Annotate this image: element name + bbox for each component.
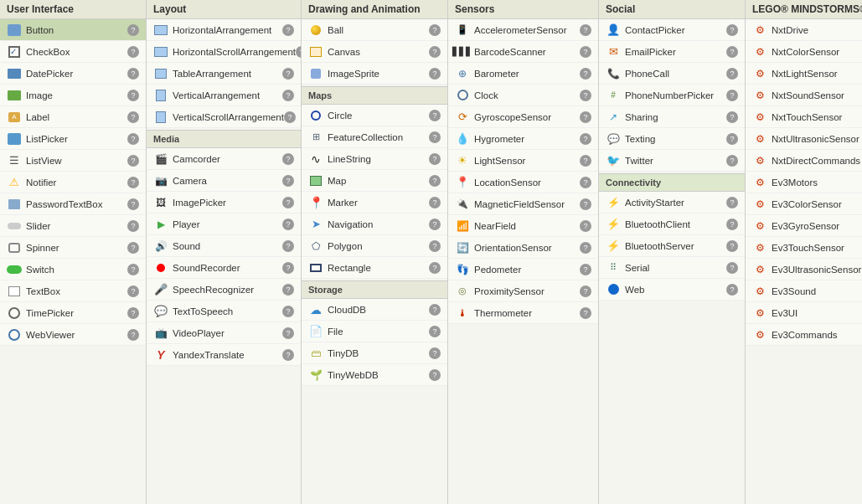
ball-help[interactable]: ? [429, 24, 441, 36]
item-serial[interactable]: ⠿ Serial ? [599, 257, 745, 279]
item-nxttouchsensor[interactable]: ⚙ NxtTouchSensor ? [746, 106, 862, 128]
item-bluetoothserver[interactable]: ⚡ BluetoothServer ? [599, 235, 745, 257]
item-videoplayer[interactable]: 📺 VideoPlayer ? [147, 322, 301, 344]
textbox-help[interactable]: ? [127, 285, 139, 297]
item-horizontalscrollarrangement[interactable]: HorizontalScrollArrangement ? [147, 41, 301, 63]
item-gyroscopesensor[interactable]: ⟳ GyroscopeSensor ? [448, 106, 598, 128]
soundrecorder-help[interactable]: ? [282, 262, 294, 274]
item-clouddb[interactable]: ☁ CloudDB ? [302, 299, 447, 321]
clouddb-help[interactable]: ? [429, 304, 441, 316]
item-locationsensor[interactable]: 📍 LocationSensor ? [448, 172, 598, 193]
ta-help[interactable]: ? [282, 68, 294, 80]
yandextranslate-help[interactable]: ? [282, 349, 294, 361]
item-linestring[interactable]: ∿ LineString ? [302, 148, 447, 170]
item-listview[interactable]: ☰ ListView ? [0, 150, 146, 172]
item-pedometer[interactable]: 👣 Pedometer ? [448, 259, 598, 280]
item-file[interactable]: 📄 File ? [302, 321, 447, 342]
phonenumber-help[interactable]: ? [726, 90, 738, 101]
item-camera[interactable]: 📷 Camera ? [147, 170, 301, 192]
web-help[interactable]: ? [726, 284, 738, 296]
checkbox-help[interactable]: ? [127, 46, 139, 58]
speechrecognizer-help[interactable]: ? [282, 284, 294, 296]
hygro-help[interactable]: ? [580, 133, 591, 145]
imagesprite-help[interactable]: ? [429, 68, 441, 80]
item-circle[interactable]: Circle ? [302, 105, 447, 126]
item-datepicker[interactable]: DatePicker ? [0, 63, 146, 85]
item-texting[interactable]: 💬 Texting ? [599, 128, 745, 150]
label-comp-help[interactable]: ? [127, 111, 139, 123]
switch-help[interactable]: ? [127, 264, 139, 275]
va-help[interactable]: ? [282, 90, 294, 101]
accel-help[interactable]: ? [580, 24, 591, 36]
item-webviewer[interactable]: WebViewer ? [0, 324, 146, 346]
gyro-help[interactable]: ? [580, 111, 591, 123]
item-texttospeech[interactable]: 💬 TextToSpeech ? [147, 301, 301, 322]
canvas-help[interactable]: ? [429, 46, 441, 58]
item-canvas[interactable]: Canvas ? [302, 41, 447, 63]
hsa-help[interactable]: ? [296, 46, 302, 58]
item-imagesprite[interactable]: ImageSprite ? [302, 63, 447, 85]
contact-help[interactable]: ? [726, 24, 738, 36]
webviewer-help[interactable]: ? [127, 329, 139, 341]
item-marker[interactable]: 📍 Marker ? [302, 192, 447, 213]
map-help[interactable]: ? [429, 175, 441, 187]
item-image[interactable]: Image ? [0, 85, 146, 106]
item-soundrecorder[interactable]: SoundRecorder ? [147, 257, 301, 279]
item-barcodescanner[interactable]: ▋▋▋ BarcodeScanner ? [448, 41, 598, 63]
email-help[interactable]: ? [726, 46, 738, 58]
navigation-help[interactable]: ? [429, 219, 441, 230]
texting-help[interactable]: ? [726, 133, 738, 145]
item-magneticfieldsensor[interactable]: 🔌 MagneticFieldSensor ? [448, 193, 598, 215]
item-featurecollection[interactable]: ⊞ FeatureCollection ? [302, 126, 447, 148]
item-ev3ultrasonicsensor[interactable]: ⚙ Ev3UltrasonicSensor ? [746, 259, 862, 280]
notifier-help[interactable]: ? [127, 177, 139, 188]
item-timepicker[interactable]: TimePicker ? [0, 302, 146, 324]
rectangle-help[interactable]: ? [429, 262, 441, 274]
clock-help[interactable]: ? [580, 90, 591, 101]
timepicker-help[interactable]: ? [127, 307, 139, 319]
item-clock[interactable]: Clock ? [448, 85, 598, 106]
item-activitystarter[interactable]: ⚡ ActivityStarter ? [599, 192, 745, 213]
barcode-help[interactable]: ? [580, 46, 591, 58]
activity-help[interactable]: ? [726, 197, 738, 208]
barometer-help[interactable]: ? [580, 68, 591, 80]
item-sound[interactable]: 🔊 Sound ? [147, 235, 301, 257]
item-navigation[interactable]: ➤ Navigation ? [302, 213, 447, 235]
magnetic-help[interactable]: ? [580, 198, 591, 210]
item-horizontalarrangement[interactable]: HorizontalArrangement ? [147, 19, 301, 41]
item-listpicker[interactable]: ListPicker ? [0, 128, 146, 150]
passwordtextbox-help[interactable]: ? [127, 198, 139, 210]
item-phonenumberpicker[interactable]: # PhoneNumberPicker ? [599, 85, 745, 106]
item-verticalarrangement[interactable]: VerticalArrangement ? [147, 85, 301, 106]
serial-help[interactable]: ? [726, 262, 738, 274]
ha-help[interactable]: ? [282, 24, 294, 36]
item-tablearrangement[interactable]: TableArrangement ? [147, 63, 301, 85]
btserver-help[interactable]: ? [726, 240, 738, 252]
item-web[interactable]: Web ? [599, 279, 745, 301]
item-hygrometer[interactable]: 💧 Hygrometer ? [448, 128, 598, 150]
nearfield-help[interactable]: ? [580, 220, 591, 232]
tinywebdb-help[interactable]: ? [429, 369, 441, 381]
item-spinner[interactable]: Spinner ? [0, 237, 146, 259]
item-imagepicker[interactable]: 🖼 ImagePicker ? [147, 192, 301, 213]
slider-help[interactable]: ? [127, 220, 139, 232]
polygon-help[interactable]: ? [429, 240, 441, 252]
camcorder-help[interactable]: ? [282, 153, 294, 165]
item-lightsensor[interactable]: ☀ LightSensor ? [448, 150, 598, 172]
item-bluetoothclient[interactable]: ⚡ BluetoothClient ? [599, 213, 745, 235]
proximity-help[interactable]: ? [580, 285, 591, 297]
sound-help[interactable]: ? [282, 240, 294, 252]
item-emailpicker[interactable]: ✉ EmailPicker ? [599, 41, 745, 63]
item-ev3commands[interactable]: ⚙ Ev3Commands ? [746, 324, 862, 346]
item-ev3gyrosensor[interactable]: ⚙ Ev3GyroSensor ? [746, 215, 862, 237]
item-phonecall[interactable]: 📞 PhoneCall ? [599, 63, 745, 85]
phone-help[interactable]: ? [726, 68, 738, 80]
item-nxtsoundsensor[interactable]: ⚙ NxtSoundSensor ? [746, 85, 862, 106]
texttospeech-help[interactable]: ? [282, 306, 294, 317]
item-map[interactable]: Map ? [302, 170, 447, 192]
item-notifier[interactable]: ⚠ Notifier ? [0, 172, 146, 193]
item-nxtdirectcommands[interactable]: ⚙ NxtDirectCommands ? [746, 150, 862, 172]
btclient-help[interactable]: ? [726, 219, 738, 230]
item-tinydb[interactable]: 🗃 TinyDB ? [302, 342, 447, 364]
item-nxtlightsensor[interactable]: ⚙ NxtLightSensor ? [746, 63, 862, 85]
